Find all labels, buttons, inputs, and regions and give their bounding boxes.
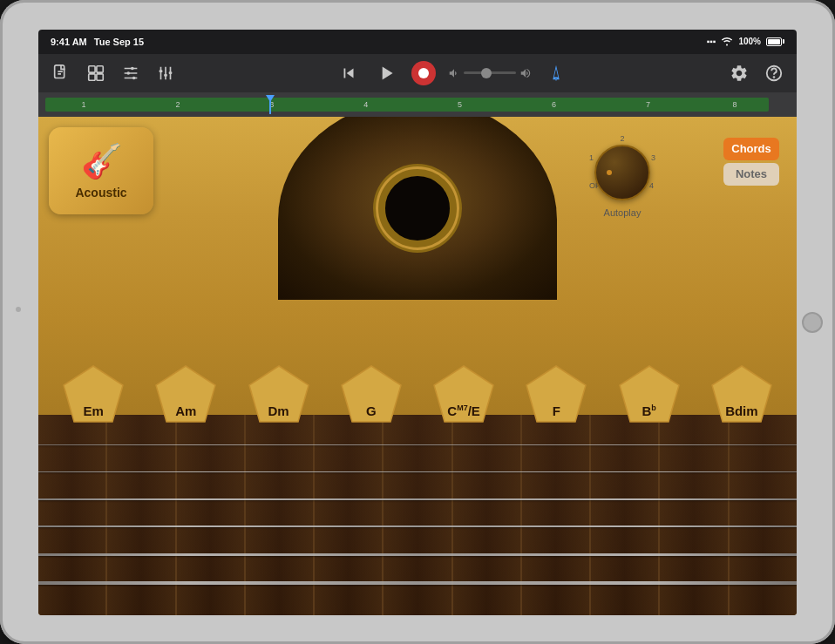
toolbar-right [727,61,786,85]
svg-point-18 [774,77,775,78]
svg-rect-3 [89,73,95,79]
chord-button-Em[interactable]: Em [62,364,125,424]
svg-rect-14 [160,70,163,72]
svg-point-9 [126,71,130,75]
side-button [16,307,21,312]
help-button[interactable] [762,61,786,85]
chords-button[interactable]: Chords [723,138,779,160]
tracks-button[interactable] [119,61,143,85]
instrument-area: 🎸 Acoustic 2 1 3 OFF 4 [38,117,797,615]
dial-label-4: 4 [649,181,654,190]
timeline-track: 1 2 3 4 5 6 7 8 [45,98,769,112]
strings-layer [38,415,797,615]
time-display: 9:41 AM [51,37,87,47]
metronome-button[interactable] [544,61,568,85]
volume-slider[interactable] [448,67,532,79]
timeline[interactable]: 1 2 3 4 5 6 7 8 + [38,92,797,117]
svg-rect-2 [97,65,103,71]
chord-button-Am[interactable]: Am [154,364,217,424]
dial-label-1: 1 [589,153,594,162]
string-6 [38,581,797,585]
chord-button-F[interactable]: F [525,364,587,424]
instrument-tile[interactable]: 🎸 Acoustic [49,127,153,214]
soundhole [378,169,457,247]
instrument-name: Acoustic [75,186,126,200]
timeline-mark-2: 2 [175,100,180,109]
svg-point-10 [132,76,136,79]
play-button[interactable] [373,60,399,86]
dial-label-3: 3 [651,153,655,162]
svg-rect-16 [169,71,173,74]
battery-percent: 100% [738,37,761,46]
string-4 [38,525,797,528]
status-bar-left: 9:41 AM Tue Sep 15 [51,37,144,47]
svg-rect-1 [89,65,95,71]
settings-button[interactable] [727,61,751,85]
fretboard[interactable] [38,415,797,615]
toolbar-center [336,60,568,86]
mixer-button[interactable] [153,61,178,85]
battery-icon [766,37,784,46]
chord-button-Bb[interactable]: Bb [618,364,681,424]
chord-buttons-row: Em Am Dm [38,364,797,424]
chord-button-Dm[interactable]: Dm [248,364,310,424]
view-button[interactable] [84,61,108,85]
autoplay-label: Autoplay [604,207,642,218]
timeline-mark-7: 7 [646,100,650,109]
dial-label-2: 2 [620,134,624,143]
timeline-mark-5: 5 [458,100,462,109]
autoplay-section: 2 1 3 OFF 4 Autoplay [587,134,657,218]
date-display: Tue Sep 15 [94,37,144,47]
timeline-mark-4: 4 [363,100,368,109]
guitar-body-decoration [278,117,557,300]
toolbar [38,54,797,92]
signal-icon: ▪▪▪ [707,37,716,46]
toolbar-left [49,61,178,85]
ipad-frame: 9:41 AM Tue Sep 15 ▪▪▪ 100% [0,0,835,644]
notes-button[interactable]: Notes [723,163,779,186]
string-2 [38,471,797,473]
autoplay-knob[interactable] [594,145,650,200]
wifi-icon [721,36,733,48]
string-1 [38,444,797,445]
chord-button-G[interactable]: G [340,364,403,424]
new-document-button[interactable] [49,61,73,85]
autoplay-dial-container: 2 1 3 OFF 4 [587,134,657,204]
playhead [269,95,271,114]
guitar-icon: 🎸 [81,142,122,180]
string-3 [38,498,797,500]
timeline-mark-8: 8 [733,100,737,109]
timeline-mark-6: 6 [552,100,556,109]
home-button[interactable] [802,312,823,333]
chord-button-CM7E[interactable]: CM7/E [432,364,495,424]
svg-point-8 [131,66,134,70]
rewind-button[interactable] [336,61,361,85]
screen: 9:41 AM Tue Sep 15 ▪▪▪ 100% [38,30,797,615]
record-button[interactable] [411,61,436,85]
svg-rect-15 [164,73,167,76]
string-5 [38,553,797,556]
timeline-mark-1: 1 [82,100,86,109]
chords-notes-toggle: Chords Notes [723,138,779,186]
status-bar: 9:41 AM Tue Sep 15 ▪▪▪ 100% [38,30,797,54]
svg-rect-4 [97,73,103,79]
chord-button-Bdim[interactable]: Bdim [710,364,773,424]
status-bar-right: ▪▪▪ 100% [707,36,784,48]
